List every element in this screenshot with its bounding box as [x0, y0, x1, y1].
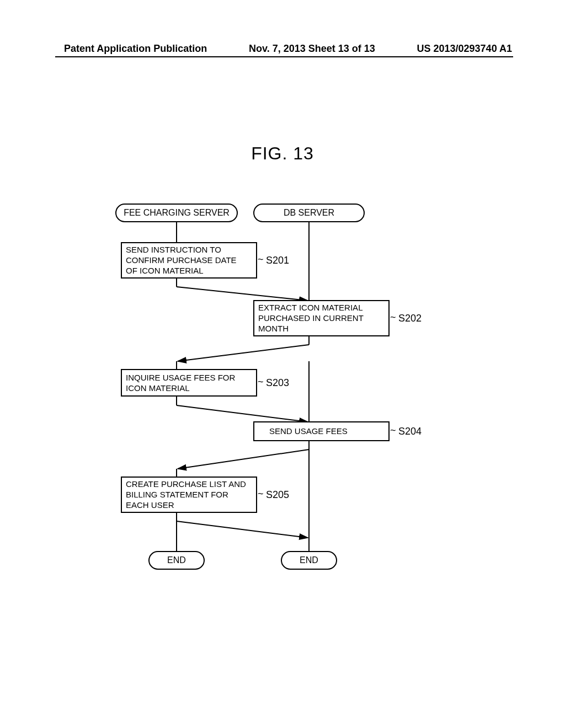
- patent-page: Patent Application Publication Nov. 7, 2…: [0, 0, 565, 728]
- step-s203-connector: ~: [258, 376, 264, 387]
- step-s202-line3: MONTH: [258, 324, 289, 333]
- svg-line-15: [177, 521, 308, 538]
- step-s202-connector: ~: [390, 312, 396, 323]
- svg-line-11: [178, 449, 309, 469]
- svg-line-9: [177, 405, 308, 422]
- terminal-fee-server-label: FEE CHARGING SERVER: [124, 208, 230, 217]
- header-left: Patent Application Publication: [64, 43, 207, 55]
- step-s205-label: S205: [266, 489, 289, 500]
- terminal-end-right-label: END: [300, 555, 318, 565]
- step-s205-line1: CREATE PURCHASE LIST AND: [126, 479, 246, 489]
- step-s204-line1: SEND USAGE FEES: [269, 426, 348, 436]
- step-s201-connector: ~: [258, 254, 264, 265]
- step-s204-label: S204: [398, 426, 422, 437]
- step-s202-line2: PURCHASED IN CURRENT: [258, 313, 364, 323]
- header-rule: [55, 56, 513, 57]
- svg-line-3: [177, 287, 308, 301]
- step-s201-line1: SEND INSTRUCTION TO: [126, 245, 221, 254]
- step-s202-label: S202: [398, 313, 422, 324]
- header-center: Nov. 7, 2013 Sheet 13 of 13: [249, 43, 375, 55]
- step-s205-connector: ~: [258, 488, 264, 499]
- step-s201-line3: OF ICON MATERIAL: [126, 266, 204, 275]
- flowchart: FEE CHARGING SERVER DB SERVER SEND INSTR…: [94, 199, 480, 607]
- step-s202-line1: EXTRACT ICON MATERIAL: [258, 303, 363, 312]
- step-s205-line3: EACH USER: [126, 500, 174, 510]
- step-s201-line2: CONFIRM PURCHASE DATE: [126, 255, 237, 265]
- terminal-db-server-label: DB SERVER: [284, 208, 334, 217]
- step-s201-label: S201: [266, 255, 289, 266]
- step-s203-line2: ICON MATERIAL: [126, 383, 190, 393]
- page-header: Patent Application Publication Nov. 7, 2…: [0, 43, 565, 55]
- svg-line-5: [178, 345, 309, 361]
- step-s204-connector: ~: [390, 425, 396, 436]
- step-s203-line1: INQUIRE USAGE FEES FOR: [126, 373, 236, 382]
- step-s205-line2: BILLING STATEMENT FOR: [126, 490, 228, 499]
- figure-title: FIG. 13: [0, 143, 565, 164]
- step-s203-label: S203: [266, 377, 289, 388]
- terminal-end-left-label: END: [167, 555, 186, 565]
- header-right: US 2013/0293740 A1: [417, 43, 512, 55]
